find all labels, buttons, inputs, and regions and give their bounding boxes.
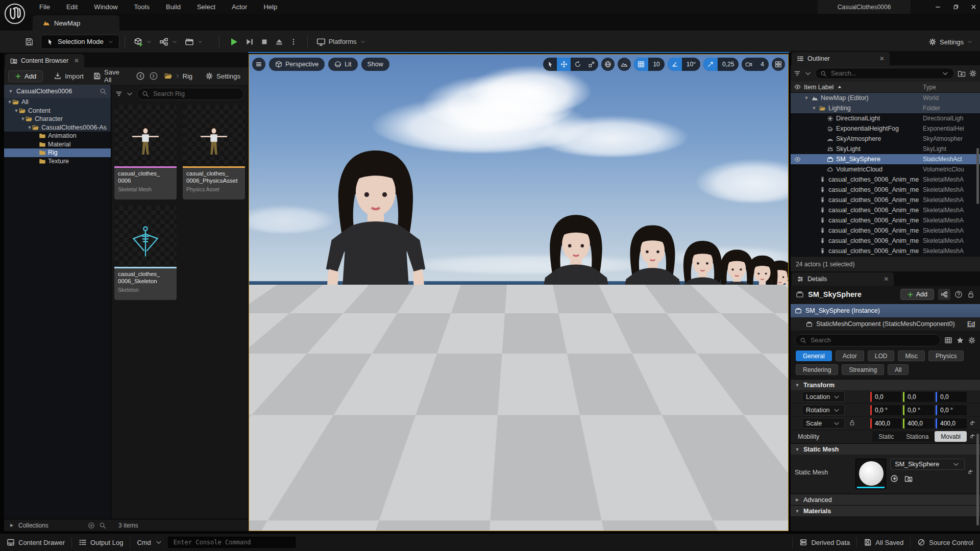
edit-link[interactable]: Ed xyxy=(967,320,976,328)
asset-search-box[interactable] xyxy=(137,88,244,100)
unreal-logo[interactable] xyxy=(4,3,26,25)
rotation-y-field[interactable]: 0,0 ° xyxy=(903,405,934,415)
add-actor-dropdown[interactable] xyxy=(130,35,156,48)
play-options-kebab[interactable] xyxy=(290,38,297,45)
outliner-row-casual-clothes-0006-anim-me[interactable]: casual_clothes_0006_Anim_meSkeletalMeshA xyxy=(791,174,980,185)
scale-snap-control[interactable]: 0,25 xyxy=(703,58,739,71)
outliner-row-directionallight[interactable]: DirectionalLightDirectionalLigh xyxy=(791,113,980,123)
menu-actor[interactable]: Actor xyxy=(225,0,254,14)
camera-speed-control[interactable]: 4 xyxy=(742,58,769,71)
platforms-dropdown[interactable]: Platforms xyxy=(313,35,370,48)
browse-to-asset-icon[interactable] xyxy=(890,474,898,483)
surface-snapping-button[interactable] xyxy=(618,58,631,71)
minimize-button[interactable] xyxy=(935,4,941,10)
derived-data-button[interactable]: Derived Data xyxy=(793,534,856,551)
frame-skip-button[interactable] xyxy=(245,37,254,46)
rotate-tool[interactable] xyxy=(571,58,584,71)
rotation-dropdown[interactable]: Rotation xyxy=(802,405,845,415)
gear-icon[interactable] xyxy=(968,336,976,344)
tab-newmap[interactable]: NewMap xyxy=(33,15,119,31)
character-walk[interactable] xyxy=(518,205,634,466)
outliner-search-box[interactable] xyxy=(815,68,954,79)
world-local-toggle[interactable] xyxy=(601,58,615,71)
viewport[interactable]: Z Y Perspective Lit xyxy=(249,54,789,531)
component-row-instance[interactable]: SM_SkySphere (Instance) xyxy=(791,304,980,317)
chip-physics[interactable]: Physics xyxy=(928,350,964,361)
menu-help[interactable]: Help xyxy=(256,0,284,14)
asset-card-casual_clothes_0006_physicsasset[interactable]: casual_clothes_0006_PhysicsAssetPhysics … xyxy=(183,105,245,199)
location-y-field[interactable]: 0,0 xyxy=(903,392,934,402)
outliner-row-casual-clothes-0006-anim-me[interactable]: casual_clothes_0006_Anim_meSkeletalMeshA xyxy=(791,205,980,215)
details-scrollbar[interactable] xyxy=(976,434,979,525)
import-button[interactable]: Import xyxy=(50,70,87,82)
chip-actor[interactable]: Actor xyxy=(836,350,864,361)
cinematics-dropdown[interactable] xyxy=(181,35,207,48)
tree-item-character[interactable]: ▼Character xyxy=(4,115,111,123)
save-all-button[interactable]: Save All xyxy=(89,66,128,86)
outliner-row-lighting[interactable]: ▼LightingFolder xyxy=(791,103,980,113)
play-button[interactable] xyxy=(229,37,239,47)
scene-3d[interactable]: Z Y xyxy=(249,55,788,531)
breadcrumb-folder-icon[interactable] xyxy=(164,72,173,80)
tree-item-casualclothes0006-as[interactable]: ▼CasualClothes0006-As xyxy=(4,123,111,132)
output-log-button[interactable]: Output Log xyxy=(72,534,130,551)
tree-item-animation[interactable]: Animation xyxy=(4,132,111,140)
tree-item-material[interactable]: Material xyxy=(4,140,111,149)
section-transform[interactable]: ▼ Transform xyxy=(791,379,980,390)
mobility-option-static[interactable]: Static xyxy=(872,431,900,442)
revert-icon[interactable] xyxy=(969,433,976,440)
chip-rendering[interactable]: Rendering xyxy=(796,364,838,375)
grid-snap-control[interactable]: 10 xyxy=(634,58,664,71)
filter-icon[interactable] xyxy=(794,70,801,77)
static-mesh-dropdown[interactable]: SM_SkySphere xyxy=(890,459,965,470)
add-component-button[interactable]: Add xyxy=(900,289,934,300)
menu-build[interactable]: Build xyxy=(159,0,188,14)
chip-misc[interactable]: Misc xyxy=(898,350,925,361)
menu-tools[interactable]: Tools xyxy=(127,0,157,14)
chip-lod[interactable]: LOD xyxy=(868,350,895,361)
scale-y-field[interactable]: 400,0 xyxy=(903,418,934,429)
section-advanced[interactable]: ▶ Advanced xyxy=(791,494,980,505)
selection-mode-dropdown[interactable]: Selection Mode xyxy=(41,35,119,49)
outliner-row-skylight[interactable]: SkyLightSkyLight xyxy=(791,144,980,154)
outliner-row-casual-clothes-0006-anim-me[interactable]: casual_clothes_0006_Anim_meSkeletalMeshA xyxy=(791,226,980,236)
lock-icon[interactable] xyxy=(967,290,975,298)
section-static-mesh[interactable]: ▼ Static Mesh xyxy=(791,443,980,455)
chevron-down-icon[interactable] xyxy=(126,90,134,98)
chip-streaming[interactable]: Streaming xyxy=(842,364,884,375)
blueprints-dropdown[interactable] xyxy=(156,35,181,48)
chevron-down-icon[interactable] xyxy=(804,69,812,78)
all-saved-button[interactable]: All Saved xyxy=(857,534,910,551)
save-button[interactable] xyxy=(24,37,34,46)
character-stand[interactable] xyxy=(293,136,458,509)
edit-blueprint-button[interactable] xyxy=(938,289,950,300)
transform-gizmo[interactable] xyxy=(325,455,442,531)
menu-window[interactable]: Window xyxy=(87,0,125,14)
select-tool[interactable] xyxy=(543,58,557,71)
location-z-field[interactable]: 0,0 xyxy=(936,392,967,402)
filter-icon[interactable] xyxy=(115,90,122,97)
outliner-scrollbar[interactable] xyxy=(976,148,979,204)
menu-file[interactable]: File xyxy=(32,0,57,14)
cb-settings-button[interactable]: Settings xyxy=(202,70,244,82)
add-button[interactable]: Add xyxy=(8,70,43,82)
details-search-input[interactable] xyxy=(810,336,936,344)
forward-button[interactable] xyxy=(149,71,158,81)
stop-button[interactable] xyxy=(260,38,268,46)
restore-button[interactable] xyxy=(952,4,959,10)
source-control-button[interactable]: Source Control xyxy=(911,534,980,551)
asset-card-casual_clothes_0006[interactable]: casual_clothes_0006Skeletal Mesh xyxy=(114,105,177,199)
display-mode-icon[interactable] xyxy=(944,336,952,344)
outliner-row-sm-skysphere[interactable]: SM_SkySphereStaticMeshAct xyxy=(791,154,980,164)
asset-card-casual_clothes_0006_skeleton[interactable]: casual_clothes_0006_SkeletonSkeleton xyxy=(114,206,177,300)
create-folder-icon[interactable] xyxy=(958,69,966,78)
tab-content-browser[interactable]: Content Browser ✕ xyxy=(5,54,84,67)
tree-item-all[interactable]: ▼All xyxy=(4,98,111,107)
scale-tool[interactable] xyxy=(584,58,598,71)
sources-header[interactable]: ▼ CasualClothes0006 xyxy=(4,85,111,98)
perspective-dropdown[interactable]: Perspective xyxy=(269,58,325,71)
tree-item-texture[interactable]: Texture xyxy=(4,157,111,166)
location-dropdown[interactable]: Location xyxy=(802,391,845,402)
menu-select[interactable]: Select xyxy=(190,0,223,14)
search-icon[interactable] xyxy=(100,88,107,95)
